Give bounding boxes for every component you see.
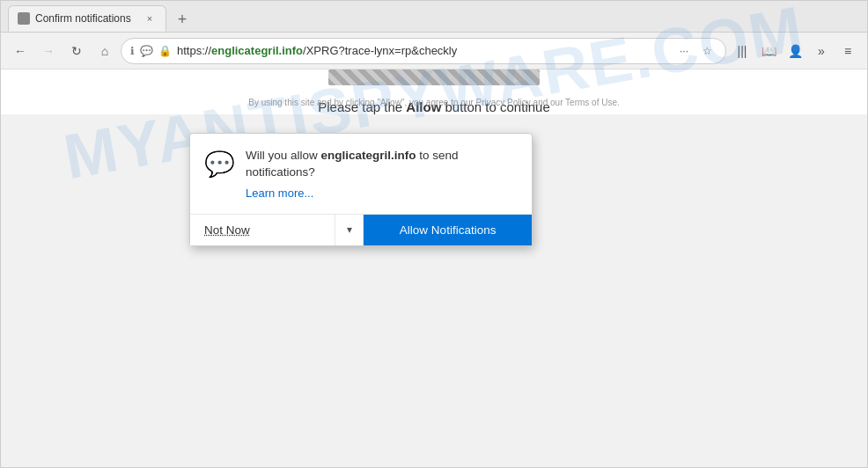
page-content: MYANTISPYWARE.COM Please tap the Allow b… xyxy=(1,69,867,114)
library-button[interactable]: ||| xyxy=(730,39,754,63)
bookmark-button[interactable]: ☆ xyxy=(697,41,717,61)
popup-content: 💬 Will you allow englicategril.info to s… xyxy=(190,134,532,207)
address-bar[interactable]: ℹ 💬 🔒 https://englicategril.info/XPRG?tr… xyxy=(121,38,726,64)
overflow-button[interactable]: » xyxy=(809,39,834,63)
back-button[interactable]: ← xyxy=(8,39,33,63)
progress-bar xyxy=(328,69,540,85)
home-button[interactable]: ⌂ xyxy=(92,39,117,63)
new-tab-button[interactable]: + xyxy=(170,7,195,32)
address-actions: ··· ☆ xyxy=(674,41,717,61)
refresh-button[interactable]: ↻ xyxy=(64,39,89,63)
account-button[interactable]: 👤 xyxy=(783,39,807,63)
lock-icon: 🔒 xyxy=(158,45,172,57)
url-domain: englicategril.info xyxy=(211,44,303,57)
dropdown-chevron-icon: ▾ xyxy=(347,223,352,236)
reader-button[interactable]: 📖 xyxy=(756,39,781,63)
allow-notifications-button[interactable]: Allow Notifications xyxy=(364,215,532,245)
not-now-dropdown-button[interactable]: ▾ xyxy=(335,215,364,245)
learn-more-link[interactable]: Learn more... xyxy=(246,186,518,200)
tab-title: Confirm notifications xyxy=(35,12,137,25)
forward-button[interactable]: → xyxy=(36,39,61,63)
url-path: /XPRG?trace-lynx=rp&checkly xyxy=(303,44,457,57)
popup-message: Will you allow englicategril.info to sen… xyxy=(246,148,518,181)
url-protocol: https:// xyxy=(177,44,211,57)
more-button[interactable]: ··· xyxy=(674,41,694,61)
not-now-label: Not Now xyxy=(204,223,250,237)
active-tab[interactable]: Confirm notifications × xyxy=(8,5,166,32)
popup-domain: englicategril.info xyxy=(321,149,416,162)
popup-text-area: Will you allow englicategril.info to sen… xyxy=(246,148,518,200)
info-icon: ℹ xyxy=(130,45,135,57)
chat-icon: 💬 xyxy=(140,45,153,57)
browser-window: Confirm notifications × + ← → ↻ ⌂ ℹ 💬 🔒 … xyxy=(0,0,868,468)
tab-favicon xyxy=(18,12,30,25)
tab-close-button[interactable]: × xyxy=(143,11,157,26)
browser-body: 💬 Will you allow englicategril.info to s… xyxy=(1,69,867,467)
popup-message-prefix: Will you allow xyxy=(246,149,321,162)
footer-text: By using this site and by clicking "Allo… xyxy=(248,98,620,107)
menu-button[interactable]: ≡ xyxy=(835,39,860,63)
nav-bar: ← → ↻ ⌂ ℹ 💬 🔒 https://englicategril.info… xyxy=(1,33,867,69)
nav-right-buttons: ||| 📖 👤 » ≡ xyxy=(730,39,860,63)
tab-bar: Confirm notifications × + xyxy=(1,1,867,33)
not-now-button[interactable]: Not Now xyxy=(190,215,335,245)
popup-chat-icon: 💬 xyxy=(204,150,235,200)
url-text: https://englicategril.info/XPRG?trace-ly… xyxy=(177,44,669,57)
notification-popup: 💬 Will you allow englicategril.info to s… xyxy=(189,133,533,246)
popup-buttons: Not Now ▾ Allow Notifications xyxy=(190,214,532,245)
